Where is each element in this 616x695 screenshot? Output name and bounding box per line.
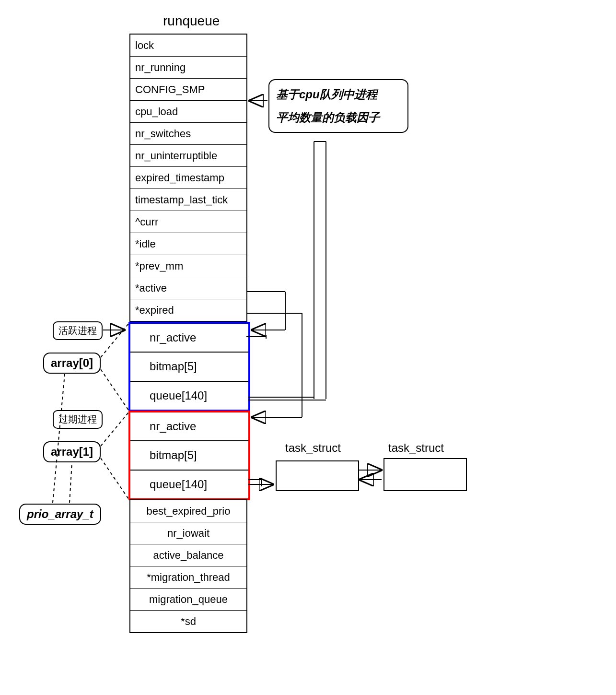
cpu-load-note-line2: 平均数量的负载因子	[276, 111, 380, 124]
cpu-load-note-line1: 基于cpu队列中进程	[276, 88, 377, 101]
field-nr-iowait: nr_iowait	[130, 522, 246, 544]
svg-line-4	[101, 412, 128, 446]
array0-bitmap: bitmap[5]	[130, 353, 248, 381]
field-migration-queue: migration_queue	[130, 589, 246, 611]
task-struct-box-1	[276, 460, 359, 491]
svg-line-3	[101, 369, 128, 410]
task-struct-label-2: task_struct	[388, 441, 444, 455]
field-nr-running: nr_running	[130, 57, 246, 79]
runqueue-struct-top: lock nr_running CONFIG_SMP cpu_load nr_s…	[129, 34, 247, 322]
field-active: *active	[130, 277, 246, 299]
array1-label: array[1]	[43, 441, 101, 462]
field-expired-timestamp: expired_timestamp	[130, 167, 246, 189]
field-timestamp-last-tick: timestamp_last_tick	[130, 189, 246, 211]
field-nr-switches: nr_switches	[130, 123, 246, 145]
array1-box: nr_active bitmap[5] queue[140]	[128, 411, 250, 500]
active-process-label: 活跃进程	[53, 321, 103, 340]
field-prev-mm: *prev_mm	[130, 255, 246, 277]
field-active-balance: active_balance	[130, 544, 246, 566]
diagram-title: runqueue	[163, 13, 220, 29]
expired-process-label: 过期进程	[53, 410, 103, 429]
field-expired: *expired	[130, 299, 246, 321]
field-migration-thread: *migration_thread	[130, 566, 246, 589]
prio-array-label: prio_array_t	[19, 504, 101, 525]
svg-line-7	[70, 463, 72, 503]
array0-box: nr_active bitmap[5] queue[140]	[128, 322, 250, 412]
field-cpu-load: cpu_load	[130, 101, 246, 123]
task-struct-label-1: task_struct	[285, 441, 341, 455]
field-idle: *idle	[130, 233, 246, 255]
field-best-expired-prio: best_expired_prio	[130, 500, 246, 522]
array0-nr-active: nr_active	[130, 324, 248, 353]
field-nr-uninterruptible: nr_uninterruptible	[130, 145, 246, 167]
array0-queue: queue[140]	[130, 382, 248, 410]
cpu-load-annotation: 基于cpu队列中进程 平均数量的负载因子	[268, 79, 408, 133]
array1-nr-active: nr_active	[130, 412, 248, 441]
array1-queue: queue[140]	[130, 471, 248, 498]
task-struct-box-2	[384, 458, 467, 491]
svg-line-5	[101, 458, 128, 499]
field-curr: ^curr	[130, 211, 246, 233]
field-sd: *sd	[130, 611, 246, 632]
field-lock: lock	[130, 35, 246, 57]
runqueue-struct-bottom: best_expired_prio nr_iowait active_balan…	[129, 499, 247, 633]
array1-bitmap: bitmap[5]	[130, 441, 248, 470]
array0-label: array[0]	[43, 353, 101, 374]
field-config-smp: CONFIG_SMP	[130, 79, 246, 101]
svg-line-6	[53, 374, 65, 503]
svg-line-2	[101, 324, 128, 357]
